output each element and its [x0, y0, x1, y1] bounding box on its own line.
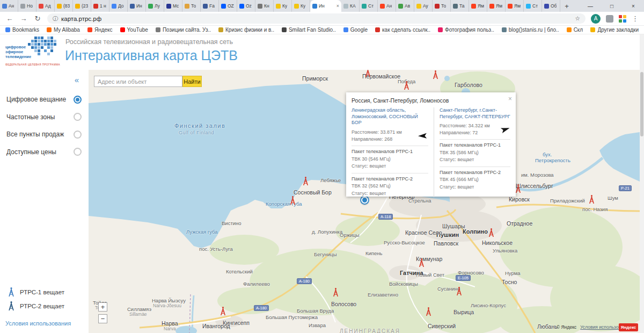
- browser-tab[interactable]: Но: [18, 0, 36, 12]
- window-maximize-button[interactable]: □: [601, 0, 623, 12]
- browser-tab[interactable]: Ку: [274, 0, 292, 12]
- browser-tab[interactable]: OZ: [219, 0, 237, 12]
- transmitter-tower-icon[interactable]: [456, 287, 463, 296]
- bookmark-item[interactable]: как сделать ссылк..: [375, 27, 430, 33]
- browser-tab[interactable]: Ав: [396, 0, 414, 12]
- browser-tab-active[interactable]: Ин×: [310, 0, 341, 12]
- popup-region-link[interactable]: Санкт-Петербург, г.Санкт-Петербург, САНК…: [440, 107, 510, 120]
- bookmark-item[interactable]: Bookmarks: [5, 27, 39, 33]
- browser-tab[interactable]: Fa: [201, 0, 219, 12]
- browser-tab[interactable]: КА: [341, 0, 360, 12]
- url-box[interactable]: ⓘ карта.ртрс.рф ☆: [47, 13, 586, 24]
- browser-tab[interactable]: Та: [451, 0, 469, 12]
- browser-tab[interactable]: То: [182, 0, 201, 12]
- browser-tab[interactable]: Ау: [414, 0, 433, 12]
- forward-icon[interactable]: →: [19, 15, 28, 23]
- transmitter-tower-icon[interactable]: [302, 177, 309, 186]
- browser-tab[interactable]: Ан: [0, 0, 18, 12]
- browser-tab[interactable]: Ку: [292, 0, 310, 12]
- transmitter-tower-icon[interactable]: [432, 70, 439, 79]
- rtrs-logo[interactable]: цифровое эфирное телевидение ФЕДЕРАЛЬНАЯ…: [4, 35, 63, 69]
- sidebar-option[interactable]: Частотные зоны: [6, 112, 82, 122]
- browser-tab[interactable]: То: [433, 0, 451, 12]
- extensions-icon[interactable]: [619, 15, 626, 23]
- sidebar-option-label: Частотные зоны: [6, 113, 55, 121]
- profile-avatar[interactable]: А: [591, 14, 601, 24]
- other-bookmarks-button[interactable]: Другие закладки: [590, 27, 639, 33]
- transmitter-tower-icon[interactable]: [425, 307, 432, 316]
- browser-tab[interactable]: Об: [542, 0, 560, 12]
- browser-tab[interactable]: Ст: [524, 0, 542, 12]
- page-scrollbar[interactable]: [640, 34, 644, 333]
- browser-tab[interactable]: Ям: [506, 0, 524, 12]
- browser-tab[interactable]: Лу: [146, 0, 164, 12]
- search-button[interactable]: Найти: [182, 76, 202, 87]
- map-label: Сосновый Бор: [294, 189, 332, 196]
- radio-selected[interactable]: [74, 96, 82, 104]
- browser-tab[interactable]: (23: [73, 0, 91, 12]
- browser-tab[interactable]: Мс: [164, 0, 182, 12]
- zoom-in-button[interactable]: +: [98, 302, 107, 312]
- search-input[interactable]: [94, 76, 182, 87]
- window-close-button[interactable]: ×: [623, 0, 644, 12]
- radio-unselected[interactable]: [74, 131, 82, 139]
- transmitter-tower-icon[interactable]: [418, 258, 425, 267]
- site-info-icon[interactable]: ⓘ: [53, 15, 58, 23]
- tab-close-icon[interactable]: ×: [336, 3, 339, 9]
- browser-tab[interactable]: До: [109, 0, 128, 12]
- bookmark-item[interactable]: Кризис физики и в..: [218, 27, 274, 33]
- bookmark-item[interactable]: My Alibaba: [47, 27, 80, 33]
- back-icon[interactable]: ←: [5, 15, 14, 23]
- transmitter-tower-icon[interactable]: [588, 195, 595, 204]
- selected-location-marker[interactable]: [361, 197, 368, 204]
- browser-tab[interactable]: Ям: [487, 0, 506, 12]
- sidebar-option[interactable]: Доступные цены: [6, 147, 82, 157]
- browser-tab[interactable]: Кн: [255, 0, 274, 12]
- bookmark-item[interactable]: YouTube: [120, 27, 148, 33]
- tab-favicon: [343, 4, 348, 9]
- browser-tab[interactable]: Ан: [378, 0, 396, 12]
- transmitter-tower-icon[interactable]: [332, 288, 339, 297]
- bookmark-item[interactable]: Фотография польз..: [438, 27, 494, 33]
- browser-menu-icon[interactable]: ⋮: [632, 15, 639, 23]
- browser-tab[interactable]: (83: [55, 0, 73, 12]
- sidebar-option[interactable]: Цифровое вещание: [6, 95, 82, 104]
- reload-icon[interactable]: ↻: [33, 15, 42, 23]
- transmitter-tower-icon[interactable]: [219, 307, 226, 316]
- new-tab-button[interactable]: +: [560, 0, 573, 12]
- yandex-logo[interactable]: Яндекс: [619, 323, 638, 331]
- sidebar-collapse-icon[interactable]: «: [75, 75, 79, 84]
- transmitter-tower-icon[interactable]: [289, 196, 296, 205]
- browser-tab[interactable]: Ям: [469, 0, 487, 12]
- bookmark-label: My Alibaba: [54, 27, 80, 33]
- browser-tab[interactable]: 1 н: [91, 0, 109, 12]
- zoom-out-button[interactable]: −: [98, 314, 107, 323]
- extension-icon[interactable]: [606, 15, 613, 23]
- popup-region-link[interactable]: Ленинградская область, Ломоносовский, СО…: [352, 107, 428, 126]
- legend-label: РТРС-2 вещает: [20, 303, 64, 309]
- bookmark-item[interactable]: Позиции сайта. Уз..: [156, 27, 211, 33]
- window-minimize-button[interactable]: —: [580, 0, 601, 12]
- bookmark-item[interactable]: Smilart Fan Studio..: [282, 27, 336, 33]
- terms-of-use-link[interactable]: Условия использования: [5, 320, 71, 327]
- browser-tab[interactable]: Ин: [128, 0, 146, 12]
- bookmark-item[interactable]: Google: [343, 27, 368, 33]
- transmitter-tower-icon[interactable]: [488, 228, 495, 237]
- radio-unselected[interactable]: [74, 148, 82, 156]
- bookmark-star-icon[interactable]: ☆: [575, 15, 580, 22]
- tab-title: (83: [63, 3, 70, 9]
- bookmark-item[interactable]: Яндекс: [87, 27, 113, 33]
- tab-favicon: [526, 4, 531, 9]
- radio-unselected[interactable]: [74, 113, 82, 121]
- browser-tab[interactable]: Ст: [360, 0, 378, 12]
- browser-tab[interactable]: Ад: [36, 0, 55, 12]
- map[interactable]: ПриморскПобедаПервомайскоеГарболовоФинск…: [89, 70, 640, 333]
- transmitter-tower-icon[interactable]: [403, 81, 410, 90]
- transmitter-tower-icon[interactable]: [364, 70, 371, 77]
- bookmark-item[interactable]: Складная удочка –..: [567, 27, 583, 33]
- scrollbar-thumb[interactable]: [640, 72, 643, 136]
- popup-close-icon[interactable]: ×: [508, 95, 512, 103]
- bookmark-item[interactable]: blog()stanis.ru | бло..: [502, 27, 559, 33]
- browser-tab[interactable]: Oz: [237, 0, 255, 12]
- sidebar-option[interactable]: Все пункты продаж: [6, 129, 82, 139]
